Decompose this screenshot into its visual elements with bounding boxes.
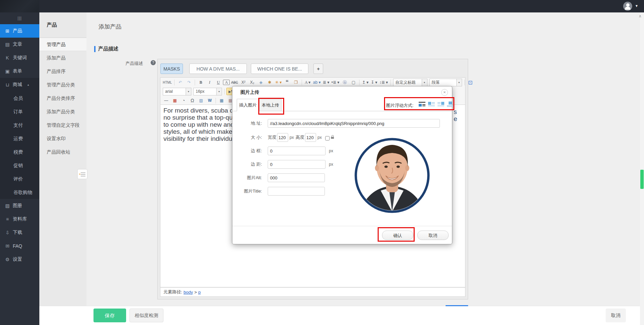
paragraph-spacing-bottom-icon[interactable]: ↧ ▾ (370, 79, 378, 86)
html-source-icon[interactable]: HTML (162, 79, 173, 86)
strikethrough-icon[interactable]: ABC (230, 79, 239, 86)
highlight-icon[interactable]: ab ▾ (312, 79, 321, 86)
image-tools-icon[interactable]: ▧ (197, 97, 205, 104)
sidebar-item-label: 资料库 (13, 216, 27, 222)
border-input[interactable] (268, 147, 326, 155)
font-size-select[interactable]: 16px ▾ (193, 88, 222, 95)
sidebar-item-articles[interactable]: ▤ 文章 (0, 38, 39, 51)
new-page-icon[interactable]: ▢ (349, 79, 357, 86)
editor-tab-masks[interactable]: MASKS (160, 64, 183, 74)
scroll-top-chevron-icon[interactable]: ∧ (639, 14, 642, 18)
line-height-icon[interactable]: ↕≣ ▾ (379, 79, 388, 86)
font-family-select[interactable]: arial ▾ (163, 88, 191, 95)
sidebar-item-reviews[interactable]: 评价 (0, 172, 39, 186)
sidebar-item-faq[interactable]: ✉ FAQ (0, 239, 39, 253)
sidebar-item-keywords[interactable]: K 关键词 (0, 51, 39, 65)
redo-icon[interactable]: ↷ (185, 79, 193, 86)
secondary-item-manage-products[interactable]: 管理产品 (39, 38, 86, 51)
float-default-icon[interactable] (418, 101, 426, 107)
italic-icon[interactable]: I (205, 79, 214, 86)
editor-tab-how-a-dive[interactable]: HOW A DIVE MAS... (189, 64, 247, 74)
paragraph-spacing-top-icon[interactable]: ↥ ▾ (361, 79, 369, 86)
clock-icon[interactable]: ◔ (180, 97, 188, 104)
secondary-item-manage-categories[interactable]: 管理产品分类 (39, 78, 86, 91)
confirm-button[interactable]: 确认 (382, 231, 413, 240)
address-input[interactable] (268, 119, 440, 128)
undo-icon[interactable]: ↶ (176, 79, 184, 86)
sidebar-item-library[interactable]: ≡ 资料库 (0, 212, 39, 226)
bold-icon[interactable]: B (197, 79, 205, 86)
superscript-icon[interactable]: X² (239, 79, 248, 86)
secondary-item-custom-fields[interactable]: 管理自定义字段 (39, 118, 86, 132)
dialog-cancel-button[interactable]: 取消 (417, 231, 449, 240)
page-scrollbar[interactable] (640, 12, 644, 325)
sidebar-item-mall[interactable]: ⊔ 商城 ▲ (0, 78, 39, 91)
sidebar-item-forms[interactable]: ▣ 表单 (0, 65, 39, 78)
similarity-check-button[interactable]: 相似度检测 (129, 309, 163, 322)
sidebar-item-shipping[interactable]: 运费 (0, 132, 39, 145)
secondary-item-add-category[interactable]: 添加产品分类 (39, 105, 86, 118)
heading-style-select[interactable]: 自定义标题 ▾ (393, 79, 427, 86)
sidebar-item-tax[interactable]: 税费 (0, 145, 39, 159)
ordered-list-icon[interactable]: ≣ ▾ (322, 79, 330, 86)
sidebar-item-products[interactable]: ⊞ 产品 (0, 24, 39, 38)
unordered-list-icon[interactable]: •≣ ▾ (331, 79, 340, 86)
editor-tab-which-one[interactable]: WHICH ONE IS BE... (251, 64, 308, 74)
word-import-icon[interactable]: W (206, 97, 214, 104)
insert-table-icon[interactable]: ▦ (218, 97, 226, 104)
float-right-icon[interactable] (437, 101, 445, 107)
height-input[interactable] (305, 133, 316, 142)
calendar-icon[interactable]: ▦ (171, 97, 179, 104)
sidebar-item-downloads[interactable]: ⇩ 下载 (0, 226, 39, 239)
horizontal-rule-icon[interactable]: — (162, 97, 170, 104)
help-icon[interactable]: ? (151, 60, 156, 65)
scrollbar-thumb[interactable] (640, 170, 644, 189)
element-path-p-link[interactable]: p (198, 290, 200, 295)
sidebar-item-members[interactable]: 会员 (0, 91, 39, 105)
element-path-body-link[interactable]: body (184, 290, 193, 295)
secondary-item-add-product[interactable]: 添加产品 (39, 51, 86, 65)
user-avatar[interactable] (623, 2, 632, 11)
add-tab-button[interactable]: + (313, 64, 323, 74)
secondary-item-watermark[interactable]: 设置水印 (39, 132, 86, 145)
close-icon[interactable]: ✕ (441, 89, 448, 96)
sidebar-item-promotions[interactable]: 促销 (0, 159, 39, 172)
sidebar-collapse-icon[interactable]: ||| (0, 12, 39, 24)
paragraph-format-select[interactable]: 段落 ▾ (429, 79, 462, 86)
lock-ratio-checkbox[interactable] (325, 136, 330, 140)
margin-input[interactable] (268, 160, 326, 169)
eraser-icon[interactable]: ◈ (257, 79, 265, 86)
page-cancel-button[interactable]: 取消 (606, 309, 626, 322)
panel-toggle-button[interactable] (77, 169, 87, 179)
anchor-icon[interactable]: ⓐ (341, 79, 349, 86)
fullscreen-icon[interactable]: ⊡ (466, 79, 475, 86)
image-title-input[interactable] (268, 187, 325, 196)
sidebar-item-orders[interactable]: 订单 (0, 105, 39, 118)
underline-icon[interactable]: U (214, 79, 222, 86)
save-button[interactable]: 保存 (93, 309, 126, 322)
float-left-icon[interactable] (428, 101, 435, 107)
mall-submenu: 会员 订单 支付 运费 税费 促销 评价 谷歌购物 (0, 91, 39, 199)
float-center-icon[interactable] (447, 101, 454, 107)
secondary-item-category-sort[interactable]: 产品分类排序 (39, 91, 86, 105)
bordered-text-icon[interactable]: A (223, 80, 230, 85)
avatar-dropdown-caret-icon[interactable]: ▼ (635, 4, 638, 8)
special-char-icon[interactable]: Ω (188, 97, 196, 104)
image-alt-input[interactable] (268, 173, 325, 182)
format-brush-icon[interactable]: ✱ (266, 79, 274, 86)
sidebar-item-google-shopping[interactable]: 谷歌购物 (0, 186, 39, 199)
paste-icon[interactable]: ❐ (292, 79, 300, 86)
sidebar-item-settings[interactable]: ⚙ 设置 (0, 253, 39, 266)
secondary-item-recycle-bin[interactable]: 产品回收站 (39, 145, 86, 159)
dialog-tab-insert-image[interactable]: 插入图片 (237, 99, 259, 111)
autotypeset-icon[interactable]: ✳ ▾ (274, 79, 282, 86)
dialog-tab-local-upload[interactable]: 本地上传 (259, 99, 281, 111)
sidebar-item-gallery[interactable]: ▨ 图册 (0, 199, 39, 212)
blockquote-icon[interactable]: “ (283, 79, 291, 86)
main-sidebar: ||| ⊞ 产品 ▤ 文章 K 关键词 ▣ 表单 ⊔ 商城 ▲ 会员 订单 支付… (0, 12, 39, 325)
subscript-icon[interactable]: X₂ (248, 79, 256, 86)
width-input[interactable] (277, 133, 288, 142)
sidebar-item-payment[interactable]: 支付 (0, 118, 39, 132)
secondary-item-product-sort[interactable]: 产品排序 (39, 65, 86, 78)
font-color-icon[interactable]: A ▾ (304, 79, 312, 86)
